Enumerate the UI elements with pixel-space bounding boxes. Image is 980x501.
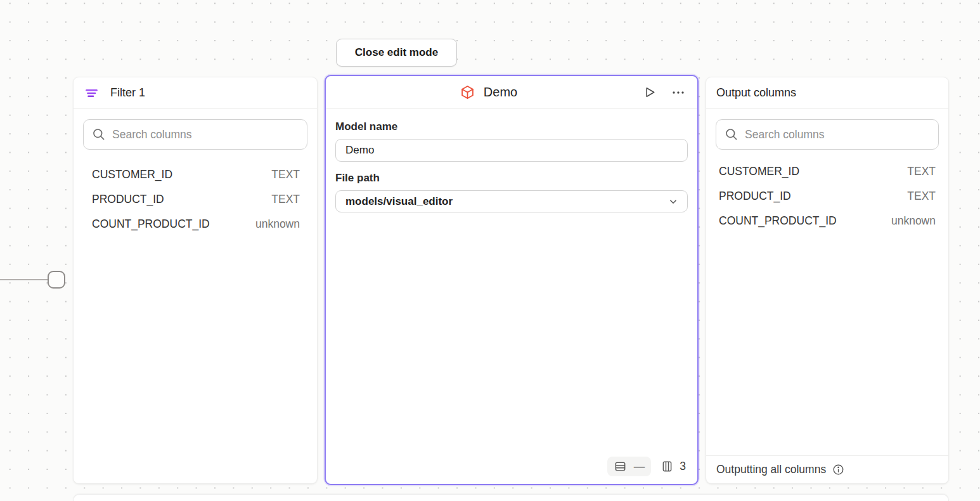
file-path-label: File path	[335, 172, 688, 185]
filter-node-title: Filter 1	[110, 86, 145, 100]
model-node-stats: — 3	[607, 457, 686, 476]
model-node-actions	[641, 84, 687, 101]
table-columns-icon	[661, 460, 674, 473]
output-column-list: CUSTOMER_ID TEXT PRODUCT_ID TEXT COUNT_P…	[706, 159, 948, 233]
cube-icon	[460, 84, 475, 100]
run-button[interactable]	[641, 84, 658, 101]
column-type: unknown	[891, 214, 936, 228]
column-row[interactable]: PRODUCT_ID TEXT	[74, 187, 317, 212]
model-name-label: Model name	[335, 120, 688, 133]
row-count-stat[interactable]: —	[607, 457, 652, 476]
close-edit-mode-button[interactable]: Close edit mode	[336, 39, 457, 67]
model-node-body: Model name File path models/visual_edito…	[326, 109, 697, 484]
file-path-select[interactable]: models/visual_editor	[335, 190, 688, 212]
column-name: CUSTOMER_ID	[92, 168, 172, 181]
table-rows-icon	[614, 460, 627, 473]
column-name: COUNT_PRODUCT_ID	[92, 218, 210, 231]
info-icon[interactable]	[832, 463, 845, 476]
play-icon	[642, 85, 657, 100]
connection-edge	[0, 279, 49, 280]
search-icon	[725, 127, 738, 141]
column-name: CUSTOMER_ID	[719, 165, 799, 178]
output-footer-text: Outputting all columns	[716, 463, 826, 476]
column-count-stat[interactable]: 3	[661, 460, 686, 473]
column-row[interactable]: COUNT_PRODUCT_ID unknown	[706, 209, 948, 233]
filter-lines-icon	[84, 86, 100, 101]
ellipsis-icon	[671, 85, 686, 100]
column-name: COUNT_PRODUCT_ID	[719, 214, 837, 228]
column-type: unknown	[255, 218, 300, 231]
model-node-header[interactable]: Demo	[326, 76, 697, 109]
connection-handle[interactable]	[48, 271, 65, 289]
column-row[interactable]: CUSTOMER_ID TEXT	[74, 162, 317, 187]
column-count-value: 3	[680, 460, 686, 473]
model-node[interactable]: Demo Model name File path	[325, 75, 699, 485]
column-row[interactable]: CUSTOMER_ID TEXT	[706, 159, 948, 184]
filter-search-input[interactable]	[112, 128, 299, 141]
column-row[interactable]: COUNT_PRODUCT_ID unknown	[74, 212, 317, 237]
bottom-panel-edge[interactable]	[73, 494, 949, 501]
filter-column-list: CUSTOMER_ID TEXT PRODUCT_ID TEXT COUNT_P…	[74, 162, 317, 237]
search-icon	[92, 127, 106, 141]
output-columns-title: Output columns	[716, 86, 796, 100]
column-type: TEXT	[271, 193, 300, 206]
model-name-input[interactable]	[335, 139, 688, 162]
output-columns-header: Output columns	[706, 77, 948, 109]
output-search[interactable]	[716, 119, 939, 150]
column-name: PRODUCT_ID	[719, 190, 791, 203]
column-name: PRODUCT_ID	[92, 193, 164, 206]
model-node-title-group: Demo	[336, 84, 641, 100]
output-footer: Outputting all columns	[706, 455, 948, 483]
chevron-down-icon	[667, 196, 679, 207]
filter-node-header[interactable]: Filter 1	[74, 77, 317, 109]
column-type: TEXT	[907, 190, 936, 203]
column-type: TEXT	[907, 165, 936, 178]
column-row[interactable]: PRODUCT_ID TEXT	[706, 184, 948, 209]
row-count-value: —	[634, 460, 645, 473]
column-type: TEXT	[271, 168, 300, 181]
file-path-value: models/visual_editor	[345, 195, 453, 208]
output-search-input[interactable]	[745, 128, 930, 141]
output-columns-panel: Output columns CUSTOMER_ID TEXT PRODUCT_…	[706, 77, 949, 484]
filter-search[interactable]	[83, 119, 307, 150]
more-options-button[interactable]	[669, 84, 687, 101]
model-node-title: Demo	[484, 85, 517, 100]
filter-node[interactable]: Filter 1 CUSTOMER_ID TEXT PRODUCT_ID TEX…	[73, 77, 318, 484]
